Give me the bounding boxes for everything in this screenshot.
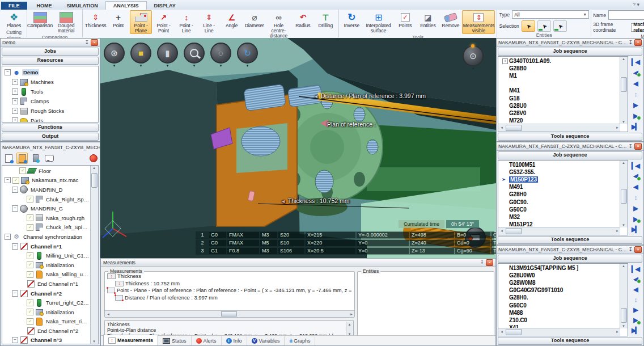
checkbox[interactable]: ✓ (27, 252, 33, 259)
machine-item-naka-rough-rgh[interactable]: ✓Naka_rough.rgh (2, 213, 91, 223)
checkbox[interactable]: ✓ (27, 271, 33, 278)
scroll-up-icon[interactable]: ▲ (346, 322, 353, 327)
expander-icon[interactable]: + (502, 58, 508, 64)
pin-icon[interactable]: ↧ (480, 260, 484, 265)
tab-variables[interactable]: VVariables (247, 336, 285, 345)
scroll-right-icon[interactable]: ► (616, 229, 619, 233)
scroll-left-icon[interactable]: ◄ (500, 330, 503, 334)
scroll-position-button[interactable]: ↕ (630, 193, 641, 202)
scrollbar-thumb[interactable] (91, 173, 98, 188)
radius-button[interactable]: ↶Radius (292, 10, 314, 29)
remove-button[interactable]: Remove (439, 10, 461, 29)
pin-icon[interactable]: ↧ (84, 40, 89, 45)
gcode-line[interactable]: T0100M51 (502, 161, 620, 168)
resource-item-parts[interactable]: +Parts (2, 116, 98, 123)
step-backward-button[interactable]: ◀ (630, 79, 641, 88)
expander-icon[interactable]: − (5, 234, 11, 240)
tab-measurements[interactable]: ↕Measurements (103, 335, 158, 345)
gcode-line[interactable]: M41 (502, 87, 620, 94)
expander-icon[interactable]: − (5, 69, 11, 75)
scroll-right-icon[interactable]: ► (616, 330, 619, 334)
measurement-item-distance-plan-of-r[interactable]: Distance / Plan of reference : 3.997 mm (106, 294, 353, 302)
machine-item-turret-right-c2-lib[interactable]: ✓Turret_right_C2.lib (2, 298, 91, 307)
tools-sequence-header[interactable]: Tools sequence (498, 133, 642, 141)
gcode-line[interactable]: G50C0 (502, 206, 620, 213)
detail-scrollbar[interactable]: ▲▼ (346, 322, 353, 337)
job-document-button[interactable] (3, 153, 14, 164)
run-to-breakpoint-button[interactable]: ▶ (630, 111, 641, 120)
help-icon[interactable]: ? ▾ (633, 2, 639, 7)
checkbox[interactable]: ✓ (27, 309, 33, 315)
gcode-line[interactable]: G28U0W0 (502, 272, 620, 279)
gcode-line[interactable]: M1 (502, 72, 620, 79)
point-button[interactable]: +Point (107, 10, 129, 29)
close-icon[interactable]: × (486, 259, 493, 266)
machine-item-naka-turret-right-tap[interactable]: ✓Naka_Turret_right.tap (2, 317, 91, 327)
job-sequence-header[interactable]: Job sequence (498, 151, 642, 159)
measurement-item-point-plane-plan[interactable]: Point - Plane - Plan of reference : Plan… (106, 287, 353, 294)
scrollbar-thumb[interactable] (621, 308, 627, 323)
checkbox[interactable]: ✓ (27, 224, 33, 231)
scroll-left-icon[interactable]: ◄ (500, 126, 503, 129)
tools-sequence-header[interactable]: Tools sequence (498, 236, 642, 244)
scroll-position-button[interactable]: ↕ (630, 90, 641, 99)
line-line-button[interactable]: ⇕Line - Line (198, 10, 220, 34)
gcode-line[interactable]: M720 (502, 117, 620, 124)
go-to-start-button[interactable]: ▎◀ (630, 57, 641, 66)
expander-icon[interactable]: − (12, 205, 18, 212)
vertical-scrollbar[interactable]: ▲ ▼ (90, 166, 98, 344)
point-line-button[interactable]: ↕Point - Line (175, 10, 197, 34)
output-section-header[interactable]: Output (2, 133, 99, 141)
entities-button[interactable]: ◪Entities (417, 10, 439, 29)
thickness-button[interactable]: ⇕Thickness (84, 10, 107, 29)
comparison-button[interactable]: Comparison (29, 10, 51, 29)
tab-graphs[interactable]: ılıGraphs (285, 336, 315, 345)
scrollbar-thumb[interactable] (506, 228, 522, 234)
expander-icon[interactable]: − (12, 337, 18, 343)
gcode-list[interactable]: N13M91G54[TAPPING M5 ]G28U0W0G28W0M8G0G4… (498, 263, 628, 336)
distance-measurement-label[interactable]: ◄Distance / Plan of reference : 3.997 mm (313, 92, 426, 99)
view-manipulation-icon[interactable]: ⊛ (104, 43, 125, 64)
expander-icon[interactable]: + (12, 108, 18, 114)
tab-alerts[interactable]: Alerts (192, 336, 222, 345)
horizontal-scrollbar[interactable]: ◄► (498, 227, 620, 235)
inverse-button[interactable]: ↻Inverse (341, 10, 363, 29)
scroll-up-icon[interactable]: ▲ (622, 264, 625, 268)
machine-item-naka-milling-unit-tap[interactable]: ✓Naka_Milling_unit.tap (2, 270, 91, 280)
point-point-button[interactable]: ↗Point - Point (152, 10, 175, 34)
tab-home[interactable]: HOME (29, 2, 60, 10)
machine-item-channel-n-1[interactable]: −Channel n°1 (2, 242, 91, 251)
expander-icon[interactable]: − (12, 290, 18, 297)
scroll-down-icon[interactable]: ▼ (622, 223, 625, 227)
gcode-line[interactable]: N13M91G54[TAPPING M5 ] (502, 264, 620, 272)
go-to-end-button[interactable]: ▶▎ (630, 225, 641, 234)
select-single-button[interactable]: ➤ (522, 20, 535, 32)
machine-item-chuck-left-spindle-clp[interactable]: ✓Chuck_left_Spindle.clp (2, 223, 91, 233)
jobs-section-header[interactable]: Jobs (2, 48, 99, 56)
horizontal-scrollbar[interactable]: ◄ ► (105, 310, 354, 317)
job-sequence-header[interactable]: Job sequence (498, 255, 642, 263)
gcode-line[interactable]: G0C90. (502, 198, 620, 205)
gcode-line[interactable]: M32 (502, 213, 620, 221)
tab-simulation[interactable]: SIMULATION (60, 2, 105, 10)
select-surface-button[interactable]: ➤ (553, 20, 567, 32)
expander-icon[interactable]: − (12, 187, 18, 193)
resource-item-rough-stocks[interactable]: +Rough Stocks (2, 106, 98, 116)
frame-coordinate-dropdown[interactable]: Machine reference ▼ (631, 23, 644, 32)
planes-button[interactable]: ❖Planes (3, 10, 25, 29)
gcode-line[interactable]: G28H0 (502, 191, 620, 198)
select-chain-button[interactable]: ➤ (537, 20, 551, 32)
gcode-line[interactable]: M488 (502, 309, 620, 317)
machine-item-mandrin-d[interactable]: −MANDRIN_D (2, 185, 91, 195)
machine-item-floor[interactable]: ✓Floor (2, 166, 91, 176)
diameter-button[interactable]: ⌀Diameter (243, 10, 265, 29)
play-forward-button[interactable]: ▶ (630, 306, 641, 315)
gcode-line[interactable]: G28B0 (502, 65, 620, 72)
gcode-line[interactable]: M491 (502, 183, 620, 191)
machine-item-initialization[interactable]: ✓Initialization (2, 260, 91, 270)
scroll-up-icon[interactable]: ▲ (622, 57, 625, 61)
scroll-position-button[interactable]: ↕ (630, 295, 641, 304)
job-sequence-header[interactable]: Job sequence (498, 48, 642, 56)
measurement-item-thickness[interactable]: ↕Thickness (106, 273, 353, 280)
machine-item-end-channel-n-2[interactable]: End Channel n°2 (2, 326, 91, 336)
